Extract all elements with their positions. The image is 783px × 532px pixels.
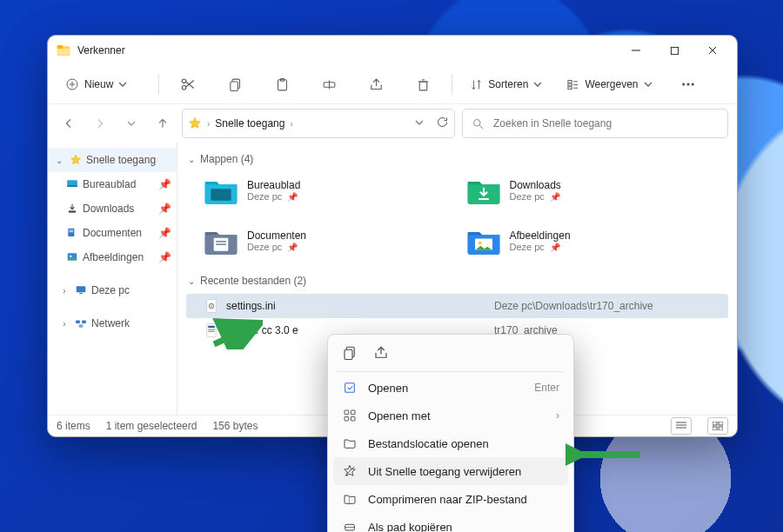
search-box[interactable] xyxy=(462,109,728,138)
details-view-button[interactable] xyxy=(671,417,692,435)
sort-button[interactable]: Sorteren xyxy=(459,70,552,99)
new-split[interactable] xyxy=(141,70,151,99)
minimize-button[interactable] xyxy=(617,37,655,63)
svg-line-12 xyxy=(186,82,194,89)
svg-point-41 xyxy=(70,256,71,257)
navigation-pane[interactable]: ⌄ Snelle toegang Bureaublad 📌 Downloads … xyxy=(48,143,177,415)
folder-sub: Deze pc xyxy=(247,191,282,202)
ctx-share-button[interactable] xyxy=(371,343,391,362)
ctx-compress-zip[interactable]: Comprimeren naar ZIP-bestand xyxy=(333,485,568,513)
folder-tile-desktop[interactable]: BureaubladDeze pc📌 xyxy=(204,172,466,209)
sidebar-item-network[interactable]: › Netwerk xyxy=(48,311,177,336)
folder-desktop-icon xyxy=(204,175,238,206)
svg-rect-42 xyxy=(77,286,86,292)
sidebar-item-label: Deze pc xyxy=(91,284,171,296)
folder-name: Bureaublad xyxy=(247,179,300,191)
svg-point-29 xyxy=(682,83,684,85)
sidebar-item-pictures[interactable]: Afbeeldingen 📌 xyxy=(48,245,177,269)
ctx-label: Openen xyxy=(368,382,524,395)
chevron-down-icon[interactable]: ⌄ xyxy=(188,276,195,286)
address-dropdown[interactable] xyxy=(415,117,424,130)
pin-icon: 📌 xyxy=(158,227,171,239)
address-bar[interactable]: › Snelle toegang › xyxy=(182,109,455,138)
delete-button[interactable] xyxy=(401,70,445,99)
recent-dropdown[interactable] xyxy=(119,111,144,136)
svg-rect-70 xyxy=(345,383,355,393)
plus-circle-icon xyxy=(65,77,79,91)
ctx-label: Uit Snelle toegang verwijderen xyxy=(368,465,559,478)
refresh-button[interactable] xyxy=(436,116,449,131)
pin-icon: 📌 xyxy=(287,192,298,202)
breadcrumb-quick-access[interactable]: Snelle toegang xyxy=(215,117,284,130)
sidebar-item-quick-access[interactable]: ⌄ Snelle toegang xyxy=(48,148,177,172)
folder-name: Afbeeldingen xyxy=(510,229,571,242)
svg-rect-2 xyxy=(57,49,69,55)
sidebar-item-label: Documenten xyxy=(83,227,155,239)
ctx-open[interactable]: Openen Enter xyxy=(333,374,568,402)
svg-rect-65 xyxy=(719,422,723,425)
rename-button[interactable] xyxy=(307,70,351,99)
svg-rect-43 xyxy=(79,293,83,294)
svg-point-30 xyxy=(686,83,688,85)
sort-icon xyxy=(470,78,483,91)
copy-button[interactable] xyxy=(213,70,257,99)
up-button[interactable] xyxy=(151,111,175,136)
chevron-right-icon[interactable]: › xyxy=(58,286,70,296)
file-row-settings[interactable]: settings.ini Deze pc\Downloads\tr170_arc… xyxy=(186,294,728,318)
thumbnails-view-button[interactable] xyxy=(707,417,728,435)
svg-point-31 xyxy=(692,83,693,85)
cut-button[interactable] xyxy=(166,70,210,99)
paste-button[interactable] xyxy=(260,70,304,99)
pc-icon xyxy=(74,283,88,297)
share-button[interactable] xyxy=(354,70,398,99)
folder-tile-documents[interactable]: DocumentenDeze pc📌 xyxy=(204,223,466,259)
titlebar[interactable]: Verkenner xyxy=(48,36,737,65)
ctx-remove-quick-access[interactable]: Uit Snelle toegang verwijderen xyxy=(333,457,568,485)
pictures-icon xyxy=(65,250,79,264)
pin-icon: 📌 xyxy=(158,203,171,215)
ctx-copy-path[interactable]: Als pad kopiëren xyxy=(333,513,568,532)
chevron-right-icon[interactable]: › xyxy=(58,319,70,329)
close-button[interactable] xyxy=(693,37,732,63)
folder-documents-icon xyxy=(204,225,238,256)
svg-rect-51 xyxy=(216,243,226,245)
sidebar-item-downloads[interactable]: Downloads 📌 xyxy=(48,196,177,221)
folder-tile-downloads[interactable]: DownloadsDeze pc📌 xyxy=(466,172,729,209)
sidebar-item-documents[interactable]: Documenten 📌 xyxy=(48,221,177,245)
ctx-copy-button[interactable] xyxy=(340,343,359,362)
sidebar-item-this-pc[interactable]: › Deze pc xyxy=(48,278,177,303)
chevron-down-icon[interactable]: ⌄ xyxy=(188,155,195,164)
chevron-down-icon[interactable]: ⌄ xyxy=(53,156,65,165)
folder-tile-pictures[interactable]: AfbeeldingenDeze pc📌 xyxy=(466,223,729,259)
search-input[interactable] xyxy=(492,116,719,130)
ctx-open-with[interactable]: Openen met › xyxy=(333,402,568,429)
ctx-open-location[interactable]: Bestandslocatie openen xyxy=(333,429,568,457)
folder-icon xyxy=(342,436,358,451)
chevron-right-icon: › xyxy=(556,409,559,422)
pin-icon: 📌 xyxy=(550,192,560,202)
ctx-label: Openen met xyxy=(368,409,545,422)
view-button[interactable]: Weergeven xyxy=(556,70,662,99)
sidebar-item-desktop[interactable]: Bureaublad 📌 xyxy=(48,172,177,196)
documents-icon xyxy=(65,226,79,240)
group-header-folders[interactable]: ⌄ Mappen (4) xyxy=(188,153,728,165)
svg-rect-45 xyxy=(82,321,86,324)
svg-point-53 xyxy=(478,241,481,244)
more-button[interactable] xyxy=(666,70,710,99)
folder-name: Documenten xyxy=(247,229,306,242)
forward-button[interactable] xyxy=(88,111,112,136)
group-header-recent[interactable]: ⌄ Recente bestanden (2) xyxy=(188,275,728,287)
back-button[interactable] xyxy=(57,111,81,136)
chevron-down-icon xyxy=(533,80,542,89)
desktop-icon xyxy=(65,177,79,191)
sidebar-item-label: Snelle toegang xyxy=(86,154,171,166)
folder-downloads-icon xyxy=(466,175,501,206)
svg-rect-66 xyxy=(713,427,717,430)
maximize-button[interactable] xyxy=(655,37,693,63)
svg-rect-37 xyxy=(68,229,74,236)
folder-sub: Deze pc xyxy=(247,242,282,252)
star-icon xyxy=(188,116,202,130)
file-path: Deze pc\Downloads\tr170_archive xyxy=(494,300,728,312)
new-button[interactable]: Nieuw xyxy=(55,70,137,99)
svg-rect-69 xyxy=(345,349,352,359)
